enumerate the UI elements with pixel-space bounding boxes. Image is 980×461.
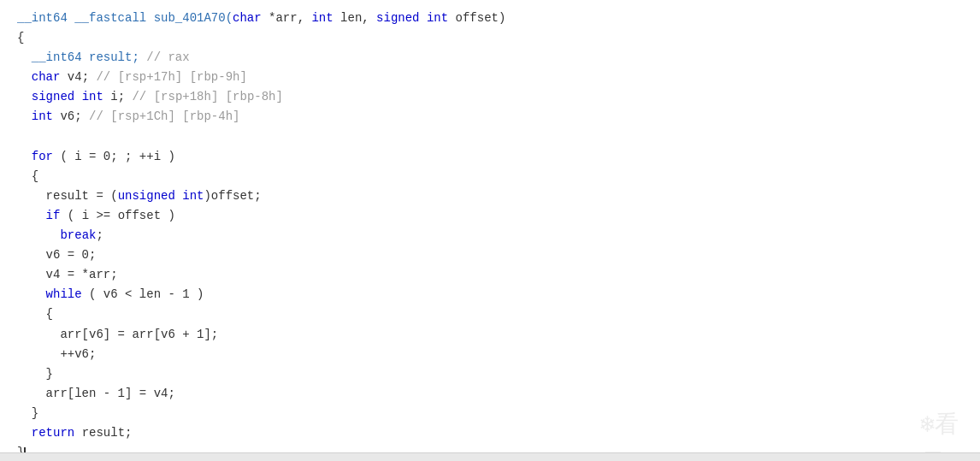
code-line: { bbox=[17, 28, 963, 48]
code-line: __int64 __fastcall sub_401A70(char *arr,… bbox=[17, 9, 963, 28]
code-line: signed int i; // [rsp+18h] [rbp-8h] bbox=[17, 87, 963, 107]
code-line: for ( i = 0; ; ++i ) bbox=[17, 147, 963, 167]
code-line: char v4; // [rsp+17h] [rbp-9h] bbox=[17, 68, 963, 87]
code-line bbox=[17, 127, 963, 147]
code-line: int v6; // [rsp+1Ch] [rbp-4h] bbox=[17, 107, 963, 127]
code-line: return result; bbox=[17, 423, 963, 443]
code-line: arr[len - 1] = v4; bbox=[17, 384, 963, 404]
code-block: __int64 __fastcall sub_401A70(char *arr,… bbox=[17, 9, 963, 461]
bottom-bar bbox=[0, 452, 980, 461]
code-line: result = (unsigned int)offset; bbox=[17, 186, 963, 206]
code-line: if ( i >= offset ) bbox=[17, 206, 963, 226]
code-container: __int64 __fastcall sub_401A70(char *arr,… bbox=[0, 0, 980, 461]
code-line: { bbox=[17, 304, 963, 324]
code-line: { bbox=[17, 167, 963, 186]
code-line: while ( v6 < len - 1 ) bbox=[17, 285, 963, 304]
code-line: ++v6; bbox=[17, 345, 963, 364]
code-line: } bbox=[17, 404, 963, 423]
code-line: v6 = 0; bbox=[17, 245, 963, 265]
code-line: arr[v6] = arr[v6 + 1]; bbox=[17, 325, 963, 345]
code-line: break; bbox=[17, 226, 963, 245]
code-line: } bbox=[17, 364, 963, 384]
code-line: __int64 result; // rax bbox=[17, 48, 963, 68]
code-line: v4 = *arr; bbox=[17, 265, 963, 285]
